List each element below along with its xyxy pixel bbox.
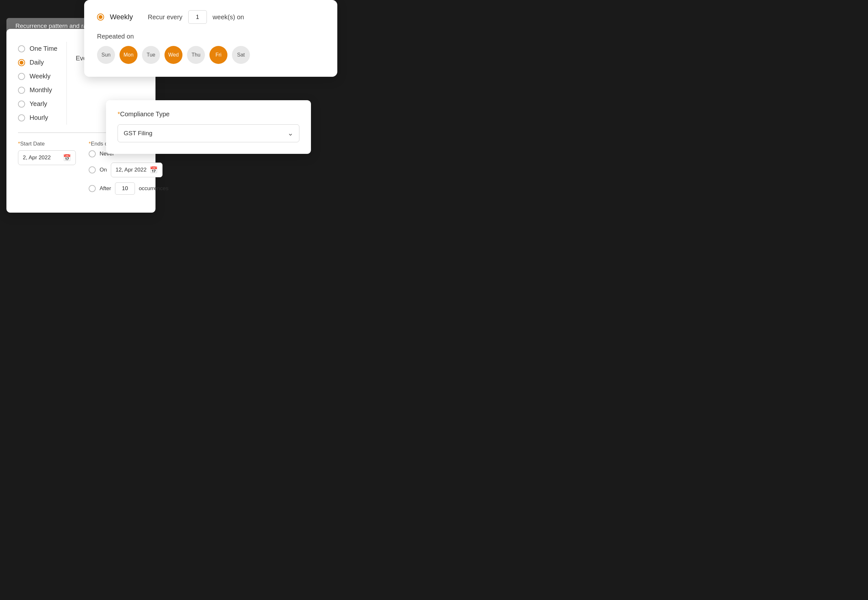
compliance-title: *Compliance Type: [118, 111, 299, 118]
start-date-field: *Start Date 2, Apr 2022 📅: [18, 141, 76, 165]
ends-on-calendar-icon: 📅: [150, 166, 158, 174]
ends-on-label-text: On: [100, 167, 107, 173]
chevron-down-icon: ⌄: [288, 129, 293, 138]
radio-daily-selected: [18, 59, 25, 66]
day-btn-thu[interactable]: Thu: [187, 46, 205, 64]
compliance-selected-value: GST Filing: [124, 130, 152, 137]
radio-yearly: [18, 100, 25, 108]
start-date-calendar-icon: 📅: [63, 154, 71, 162]
ends-after-radio[interactable]: [89, 185, 96, 192]
day-btn-tue[interactable]: Tue: [142, 46, 160, 64]
ends-after-option: After occurrences: [89, 182, 169, 195]
option-label-one-time: One Time: [30, 45, 58, 52]
compliance-select[interactable]: GST Filing ⌄: [118, 124, 299, 142]
day-btn-sun[interactable]: Sun: [97, 46, 115, 64]
day-btn-wed[interactable]: Wed: [165, 46, 182, 64]
weekly-radio-label: Weekly: [110, 13, 139, 21]
option-label-hourly: Hourly: [30, 114, 48, 121]
occurrences-label: occurrences: [139, 185, 169, 192]
option-one-time[interactable]: One Time: [18, 42, 58, 56]
option-label-daily: Daily: [30, 59, 44, 66]
ends-on-date-option: On 12, Apr 2022 📅: [89, 162, 169, 177]
option-daily[interactable]: Daily: [18, 56, 58, 70]
option-hourly[interactable]: Hourly: [18, 111, 58, 125]
day-btn-sat[interactable]: Sat: [232, 46, 250, 64]
option-label-monthly: Monthly: [30, 86, 52, 94]
day-btn-fri[interactable]: Fri: [209, 46, 227, 64]
radio-weekly: [18, 73, 25, 80]
compliance-required-star: *: [118, 111, 120, 118]
recurrence-options: One TimeDailyWeeklyMonthlyYearlyHourly: [18, 42, 67, 125]
option-weekly[interactable]: Weekly: [18, 70, 58, 83]
start-date-label: *Start Date: [18, 141, 76, 147]
weekly-radio[interactable]: [97, 14, 104, 21]
option-yearly[interactable]: Yearly: [18, 97, 58, 111]
radio-one time: [18, 45, 25, 52]
option-monthly[interactable]: Monthly: [18, 83, 58, 97]
day-buttons: SunMonTueWedThuFriSat: [97, 46, 324, 64]
start-date-required-star: *: [18, 141, 20, 147]
radio-hourly: [18, 114, 25, 121]
week-on-label: week(s) on: [213, 14, 244, 21]
ends-never-radio[interactable]: [89, 150, 96, 158]
compliance-card: *Compliance Type GST Filing ⌄: [106, 100, 311, 154]
ends-on-date-input[interactable]: 12, Apr 2022 📅: [111, 162, 162, 177]
start-date-input[interactable]: 2, Apr 2022 📅: [18, 150, 76, 165]
weekly-card: Weekly Recur every week(s) on Repeated o…: [84, 0, 337, 77]
ends-on-required-star: *: [89, 141, 91, 147]
day-btn-mon[interactable]: Mon: [120, 46, 138, 64]
option-label-yearly: Yearly: [30, 100, 47, 108]
repeated-on-label: Repeated on: [97, 33, 324, 40]
ends-on-date-value: 12, Apr 2022: [116, 167, 147, 173]
recur-every-label: Recur every: [148, 14, 182, 21]
option-label-weekly: Weekly: [30, 73, 50, 80]
ends-after-label: After: [100, 185, 111, 192]
start-date-value: 2, Apr 2022: [23, 155, 60, 161]
recur-every-input[interactable]: [188, 10, 207, 24]
radio-monthly: [18, 87, 25, 94]
occurrences-input[interactable]: [115, 182, 135, 195]
ends-on-radio[interactable]: [89, 167, 96, 173]
